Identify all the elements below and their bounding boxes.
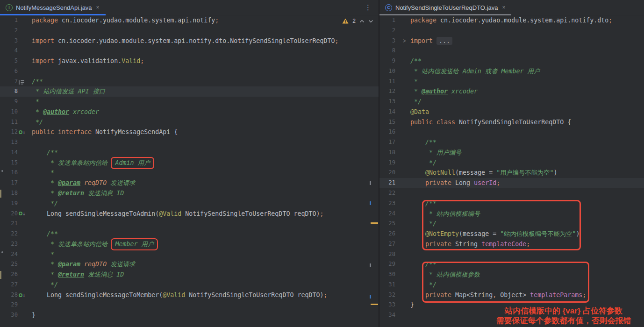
gutter[interactable]: 1 bbox=[0, 15, 32, 26]
code-line[interactable]: 11 */ bbox=[0, 117, 379, 128]
gutter[interactable]: 21 bbox=[0, 219, 32, 229]
gutter[interactable]: 33 bbox=[379, 300, 410, 310]
code-line[interactable]: 6 bbox=[0, 66, 379, 77]
code-line[interactable]: 32 private Map<String, Object> templateP… bbox=[379, 290, 644, 300]
code-line[interactable]: 23 * 发送单条站内信给 Member 用户 bbox=[0, 239, 379, 249]
gutter[interactable]: 17 bbox=[379, 137, 410, 148]
gutter[interactable]: 23 bbox=[0, 239, 32, 249]
code-line[interactable]: 14@Data bbox=[379, 107, 644, 117]
code-line[interactable]: 28 bbox=[379, 249, 644, 260]
gutter[interactable]: 18 bbox=[0, 188, 32, 199]
gutter[interactable]: 27 bbox=[0, 280, 32, 290]
code-line[interactable]: 10 * 站内信发送给 Admin 或者 Member 用户 bbox=[379, 66, 644, 77]
gutter[interactable]: 1 bbox=[379, 15, 410, 26]
code-line[interactable]: 13 */ bbox=[379, 97, 644, 107]
code-line[interactable]: 5import javax.validation.Valid; bbox=[0, 56, 379, 66]
gutter[interactable]: 22 bbox=[379, 188, 410, 199]
code-line[interactable]: 2 bbox=[379, 26, 644, 36]
code-line[interactable]: 21 private Long userId; bbox=[379, 178, 644, 188]
doc-list-gutter-icon[interactable] bbox=[19, 77, 24, 87]
code-line[interactable]: 9 * bbox=[0, 97, 379, 107]
code-line[interactable]: 15 * 发送单条站内信给 Admin 用户 bbox=[0, 158, 379, 168]
code-line[interactable]: 26 @NotEmpty(message = "站内信模板编号不能为空") bbox=[379, 229, 644, 239]
fold-chevron-icon[interactable]: > bbox=[403, 35, 406, 47]
gutter[interactable]: 3> bbox=[379, 36, 410, 46]
code-line[interactable]: 13 bbox=[0, 137, 379, 148]
gutter[interactable]: 15 bbox=[379, 117, 410, 128]
code-line[interactable]: 22 /** bbox=[0, 229, 379, 239]
tab-notify-message-send-api[interactable]: I NotifyMessageSendApi.java × bbox=[0, 0, 106, 15]
code-line[interactable]: 24 * bbox=[0, 249, 379, 260]
gutter[interactable]: 26 bbox=[379, 229, 410, 239]
gutter[interactable]: 28 bbox=[379, 249, 410, 260]
close-icon[interactable]: × bbox=[96, 4, 100, 11]
gutter[interactable]: 2 bbox=[0, 26, 32, 36]
gutter[interactable]: 17 bbox=[0, 178, 32, 188]
stripe-mark-blue[interactable] bbox=[370, 295, 371, 299]
gutter[interactable]: 19 bbox=[379, 158, 410, 168]
stripe-mark-blue[interactable] bbox=[370, 201, 371, 205]
code-line[interactable]: 28↓ Long sendSingleMessageToMember(@Vali… bbox=[0, 290, 379, 300]
gutter[interactable]: 6 bbox=[0, 66, 32, 77]
code-line[interactable]: 20↓ Long sendSingleMessageToAdmin(@Valid… bbox=[0, 209, 379, 219]
gutter[interactable]: 28↓ bbox=[0, 290, 32, 300]
code-line[interactable]: 12↓public interface NotifyMessageSendApi… bbox=[0, 127, 379, 137]
gutter[interactable]: 2 bbox=[379, 26, 410, 36]
gutter[interactable]: 24 bbox=[0, 249, 32, 260]
implementations-gutter-icon[interactable]: ↓ bbox=[19, 290, 26, 300]
gutter[interactable]: 12 bbox=[379, 86, 410, 97]
code-line[interactable]: 26 * @return 发送消息 ID bbox=[0, 270, 379, 280]
stripe-mark-gray[interactable] bbox=[370, 181, 371, 185]
code-line[interactable]: 1package cn.iocoder.yudao.module.system.… bbox=[379, 15, 644, 26]
gutter[interactable]: 26 bbox=[0, 270, 32, 280]
gutter[interactable]: 31 bbox=[379, 280, 410, 290]
gutter[interactable]: 20↓ bbox=[0, 209, 32, 219]
gutter[interactable]: 24 bbox=[379, 209, 410, 219]
code-line[interactable]: 18 * 用户编号 bbox=[379, 148, 644, 158]
code-line[interactable]: 25 * @param reqDTO 发送请求 bbox=[0, 259, 379, 270]
gutter[interactable]: 9 bbox=[379, 56, 410, 66]
code-line[interactable]: 8 * 站内信发送 API 接口 bbox=[0, 86, 379, 97]
code-line[interactable]: 23 /** bbox=[379, 199, 644, 209]
tab-notify-send-single-to-user-req-dto[interactable]: C NotifySendSingleToUserReqDTO.java × bbox=[379, 0, 511, 15]
gutter[interactable]: 13 bbox=[379, 97, 410, 107]
code-line[interactable]: 17 * @param reqDTO 发送请求 bbox=[0, 178, 379, 188]
gutter[interactable]: 20 bbox=[379, 168, 410, 178]
code-line[interactable]: 20 @NotNull(message = "用户编号不能为空") bbox=[379, 168, 644, 178]
gutter[interactable]: 8 bbox=[0, 86, 32, 97]
code-line[interactable]: 29 /** bbox=[379, 259, 644, 270]
gutter[interactable]: 3 bbox=[0, 36, 32, 46]
code-editor-right[interactable]: 1package cn.iocoder.yudao.module.system.… bbox=[379, 15, 644, 320]
code-line[interactable]: 22 bbox=[379, 188, 644, 199]
stripe-mark-warning[interactable] bbox=[371, 222, 378, 224]
gutter[interactable]: 14 bbox=[379, 107, 410, 117]
gutter[interactable]: 34 bbox=[379, 310, 410, 320]
gutter[interactable]: 16 bbox=[0, 168, 32, 178]
code-line[interactable]: 16 * bbox=[0, 168, 379, 178]
chevron-up-icon[interactable] bbox=[359, 20, 365, 23]
gutter[interactable]: 7 bbox=[0, 77, 32, 87]
code-line[interactable]: 27 */ bbox=[0, 280, 379, 290]
gutter[interactable]: 14 bbox=[0, 148, 32, 158]
code-line[interactable]: 11 * bbox=[379, 77, 644, 87]
gutter[interactable]: 25 bbox=[379, 219, 410, 229]
gutter[interactable]: 9 bbox=[0, 97, 32, 107]
stripe-mark-warning[interactable] bbox=[371, 304, 378, 305]
code-line[interactable]: 10 * @author xrcoder bbox=[0, 107, 379, 117]
kebab-menu-icon[interactable]: ⋮ bbox=[365, 3, 372, 12]
stripe-mark-gray[interactable] bbox=[370, 263, 371, 267]
gutter[interactable]: 25 bbox=[0, 259, 32, 270]
code-editor-left[interactable]: 1package cn.iocoder.yudao.module.system.… bbox=[0, 15, 379, 320]
gutter[interactable]: 13 bbox=[0, 137, 32, 148]
inspections-widget[interactable]: 2 bbox=[342, 18, 373, 24]
gutter[interactable]: 5 bbox=[0, 56, 32, 66]
code-line[interactable]: 8 bbox=[379, 46, 644, 56]
gutter[interactable]: 4 bbox=[0, 46, 32, 56]
gutter[interactable]: 8 bbox=[379, 46, 410, 56]
code-line[interactable]: 3>import ... bbox=[379, 36, 644, 46]
code-line[interactable]: 7/** bbox=[0, 77, 379, 87]
gutter[interactable]: 21 bbox=[379, 178, 410, 188]
gutter[interactable]: 15 bbox=[0, 158, 32, 168]
code-line[interactable]: 21 bbox=[0, 219, 379, 229]
code-line[interactable]: 30} bbox=[0, 310, 379, 320]
